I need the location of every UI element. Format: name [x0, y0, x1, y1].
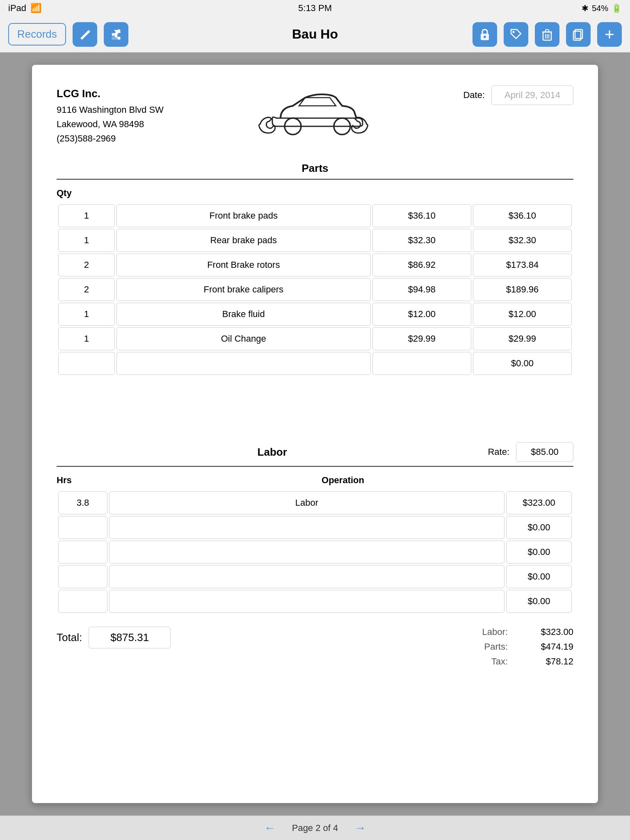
part-price-3[interactable]: $94.98 — [372, 278, 471, 301]
part-qty-5[interactable]: 1 — [58, 327, 115, 350]
labor-op-2[interactable] — [109, 541, 504, 564]
part-desc-0[interactable]: Front brake pads — [116, 204, 371, 227]
battery-label: 54% — [592, 4, 608, 13]
part-price-6[interactable] — [372, 352, 471, 375]
labor-row[interactable]: 3.8 Labor $323.00 — [58, 491, 572, 514]
part-qty-3[interactable]: 2 — [58, 278, 115, 301]
add-button[interactable] — [597, 22, 622, 47]
part-desc-1[interactable]: Rear brake pads — [116, 229, 371, 252]
part-price-4[interactable]: $12.00 — [372, 303, 471, 326]
part-price-2[interactable]: $86.92 — [372, 253, 471, 276]
labor-amt-0: $323.00 — [506, 491, 572, 514]
car-logo — [180, 85, 447, 139]
battery-icon: 🔋 — [612, 3, 622, 13]
doc-header: LCG Inc. 9116 Washington Blvd SW Lakewoo… — [57, 85, 573, 146]
parts-row[interactable]: 1 Front brake pads $36.10 $36.10 — [58, 204, 572, 227]
share-button[interactable] — [104, 22, 128, 47]
parts-divider — [57, 179, 573, 180]
device-label: iPad — [8, 3, 26, 14]
part-total-5: $29.99 — [473, 327, 572, 350]
parts-row[interactable]: 2 Front Brake rotors $86.92 $173.84 — [58, 253, 572, 276]
records-button[interactable]: Records — [8, 23, 66, 46]
company-address1: 9116 Washington Blvd SW — [57, 103, 164, 117]
part-qty-2[interactable]: 2 — [58, 253, 115, 276]
part-qty-4[interactable]: 1 — [58, 303, 115, 326]
labor-row[interactable]: $0.00 — [58, 516, 572, 539]
parts-row[interactable]: 2 Front brake calipers $94.98 $189.96 — [58, 278, 572, 301]
part-desc-6[interactable] — [116, 352, 371, 375]
svg-point-2 — [117, 37, 120, 39]
spacer — [57, 385, 573, 418]
rate-value[interactable]: $85.00 — [516, 442, 573, 462]
labor-hrs-0[interactable]: 3.8 — [58, 491, 107, 514]
labor-total-value: $323.00 — [516, 627, 573, 637]
parts-total-value: $474.19 — [516, 641, 573, 652]
svg-point-7 — [484, 36, 486, 38]
company-phone: (253)588-2969 — [57, 131, 164, 146]
parts-row[interactable]: 1 Oil Change $29.99 $29.99 — [58, 327, 572, 350]
part-qty-0[interactable]: 1 — [58, 204, 115, 227]
parts-row[interactable]: 1 Brake fluid $12.00 $12.00 — [58, 303, 572, 326]
totals-section: Total: $875.31 Labor: $323.00 Parts: $47… — [57, 627, 573, 667]
labor-total-row: Labor: $323.00 — [475, 627, 573, 637]
prev-page-button[interactable]: ← — [264, 822, 276, 835]
next-page-button[interactable]: → — [354, 822, 366, 835]
wifi-icon: 📶 — [30, 3, 41, 14]
tax-total-value: $78.12 — [516, 656, 573, 667]
part-price-1[interactable]: $32.30 — [372, 229, 471, 252]
nav-right — [472, 22, 622, 47]
total-value[interactable]: $875.31 — [89, 627, 171, 648]
svg-point-8 — [513, 31, 515, 33]
labor-section-title: Labor — [57, 446, 488, 459]
labor-amt-1: $0.00 — [506, 516, 572, 539]
parts-row[interactable]: 1 Rear brake pads $32.30 $32.30 — [58, 229, 572, 252]
company-address2: Lakewood, WA 98498 — [57, 117, 164, 131]
labor-row[interactable]: $0.00 — [58, 541, 572, 564]
part-desc-5[interactable]: Oil Change — [116, 327, 371, 350]
svg-point-1 — [117, 29, 120, 32]
part-total-6: $0.00 — [473, 352, 572, 375]
lock-button[interactable] — [472, 22, 497, 47]
parts-row[interactable]: $0.00 — [58, 352, 572, 375]
status-time: 5:13 PM — [298, 3, 332, 14]
part-desc-4[interactable]: Brake fluid — [116, 303, 371, 326]
labor-hrs-1[interactable] — [58, 516, 107, 539]
labor-op-4[interactable] — [109, 590, 504, 613]
labor-hrs-label: Hrs — [57, 475, 106, 486]
labor-total-label: Labor: — [475, 627, 508, 637]
labor-op-1[interactable] — [109, 516, 504, 539]
edit-button[interactable] — [73, 22, 97, 47]
part-price-0[interactable]: $36.10 — [372, 204, 471, 227]
company-info: LCG Inc. 9116 Washington Blvd SW Lakewoo… — [57, 85, 164, 146]
nav-left: Records — [8, 22, 128, 47]
labor-col-headers: Hrs Operation — [57, 475, 573, 486]
date-section: Date: April 29, 2014 — [463, 85, 573, 105]
labor-row[interactable]: $0.00 — [58, 565, 572, 588]
parts-total-label: Parts: — [475, 641, 508, 652]
labor-header-row: Labor Rate: $85.00 — [57, 442, 573, 462]
labor-hrs-4[interactable] — [58, 590, 107, 613]
total-left: Total: $875.31 — [57, 627, 171, 648]
status-right: ✱ 54% 🔋 — [582, 3, 622, 13]
part-price-5[interactable]: $29.99 — [372, 327, 471, 350]
part-desc-2[interactable]: Front Brake rotors — [116, 253, 371, 276]
part-desc-3[interactable]: Front brake calipers — [116, 278, 371, 301]
labor-amt-4: $0.00 — [506, 590, 572, 613]
main-content: LCG Inc. 9116 Washington Blvd SW Lakewoo… — [0, 52, 630, 815]
part-total-4: $12.00 — [473, 303, 572, 326]
labor-hrs-3[interactable] — [58, 565, 107, 588]
labor-hrs-2[interactable] — [58, 541, 107, 564]
labor-row[interactable]: $0.00 — [58, 590, 572, 613]
part-qty-6[interactable] — [58, 352, 115, 375]
date-value[interactable]: April 29, 2014 — [491, 85, 573, 105]
tag-button[interactable] — [504, 22, 528, 47]
trash-button[interactable] — [535, 22, 559, 47]
labor-op-3[interactable] — [109, 565, 504, 588]
date-label: Date: — [463, 90, 485, 100]
part-qty-1[interactable]: 1 — [58, 229, 115, 252]
copy-button[interactable] — [566, 22, 591, 47]
labor-op-label: Operation — [112, 475, 573, 486]
document: LCG Inc. 9116 Washington Blvd SW Lakewoo… — [32, 65, 598, 803]
labor-op-0[interactable]: Labor — [109, 491, 504, 514]
labor-rate: Rate: $85.00 — [488, 442, 573, 462]
